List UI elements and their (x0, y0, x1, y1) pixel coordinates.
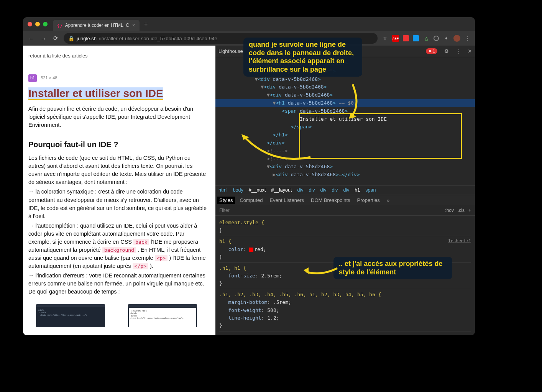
new-tab-button[interactable]: + (144, 21, 148, 28)
kebab-icon[interactable]: ⋮ (456, 48, 461, 54)
breadcrumb-item[interactable]: body (233, 187, 243, 193)
code-inline: background (102, 247, 136, 253)
screenshot-thumbnail: <!DOCTYPE html><html><head><link href="h… (128, 304, 197, 327)
paragraph: Les fichiers de code (que ce soit du HTM… (28, 154, 208, 186)
styles-filter-row: :hov .cls + (215, 205, 475, 216)
page-content: retour à la liste des articles h1 521 × … (23, 46, 215, 335)
abp-extension-icon[interactable]: ABP (392, 35, 399, 42)
back-to-articles-link[interactable]: retour à la liste des articles (28, 52, 208, 60)
close-icon[interactable]: ✕ (468, 48, 472, 54)
add-rule-icon[interactable]: + (468, 208, 471, 213)
close-window-button[interactable] (28, 22, 32, 26)
profile-avatar-icon[interactable] (453, 35, 460, 42)
annotation-callout: .. et j'ai accès aux propriétés de style… (333, 257, 452, 279)
source-link[interactable]: lesheet:1 (448, 238, 471, 244)
breadcrumb-item[interactable]: #__nuxt (249, 187, 266, 193)
devtools-panel: Lighthouse » ✕ 1 ⚙ ⋮ ✕ ▶<div class="head… (215, 46, 475, 335)
dom-breadcrumb: html body #__nuxt #__layout div div div … (215, 185, 475, 195)
breadcrumb-item[interactable]: div (309, 187, 315, 193)
paragraph: → l'indication d'erreurs : votre IDE rec… (28, 272, 208, 296)
back-button[interactable]: ← (27, 35, 35, 42)
paragraph: → la coloration syntaxique : c'est à dir… (28, 188, 208, 220)
styles-tab-computed[interactable]: Computed (240, 197, 263, 203)
css-rule[interactable]: .h1, .h2, .h3, .h4, .h5, .h6, h1, h2, h3… (219, 289, 471, 331)
cls-toggle[interactable]: .cls (458, 208, 465, 213)
annotation-callout: quand je survole une ligne de code dans … (243, 38, 362, 77)
extension-icon[interactable] (403, 35, 409, 41)
url-domain: jungle.sh (77, 36, 97, 41)
page-title: Installer et utiliser son IDE (28, 87, 163, 100)
styles-filter-input[interactable] (219, 208, 441, 213)
gear-icon[interactable]: ⚙ (444, 48, 449, 54)
styles-tab-dombreakpoints[interactable]: DOM Breakpoints (311, 197, 350, 203)
extensions-icon[interactable]: ✦ (443, 35, 450, 42)
forward-button[interactable]: → (39, 35, 48, 42)
screenshot-thumbnail: <html> <head> <link href="https://fonts.… (36, 304, 105, 327)
thumbnails: <html> <head> <link href="https://fonts.… (28, 304, 208, 327)
lead-paragraph: Afin de pouvoir lire et écrire du code, … (28, 105, 208, 129)
breadcrumb-item[interactable]: h1 (355, 187, 360, 193)
breadcrumb-item[interactable]: div (297, 187, 303, 193)
selected-dom-node[interactable]: ▼<h1 data-v-5b8d2468> == $0 (215, 99, 475, 107)
url-path: /installer-et-utiliser-son-ide_57bb5c4a-… (99, 36, 217, 41)
tab-title: Apprendre à coder en HTML, C (65, 23, 129, 28)
code-inline: back (133, 239, 149, 245)
devtools-tab[interactable]: Lighthouse (218, 48, 243, 54)
lock-icon: 🔒 (68, 36, 74, 41)
styles-tabs: Styles Computed Event Listeners DOM Brea… (215, 195, 475, 205)
breadcrumb-item[interactable]: div (320, 187, 326, 193)
css-rule[interactable]: element.style { } (219, 217, 471, 236)
hov-toggle[interactable]: :hov (445, 208, 454, 213)
tooltip-tag: h1 (28, 74, 37, 82)
tab-favicon: { } (57, 23, 62, 28)
styles-tab-properties[interactable]: Properties (357, 197, 380, 203)
element-inspector-tooltip: h1 521 × 48 (28, 74, 208, 82)
paragraph: → l'autocomplétion : quand utilisez un I… (28, 222, 208, 270)
extension-icon[interactable]: △ (423, 35, 430, 42)
toolbar-icons: ☆ ABP △ ✦ ⋮ (381, 35, 471, 42)
reload-button[interactable]: ⟳ (51, 35, 60, 42)
browser-tab[interactable]: { } Apprendre à coder en HTML, C × (53, 20, 140, 31)
extension-icon[interactable] (413, 35, 419, 41)
styles-tab-styles[interactable]: Styles (217, 197, 235, 204)
extension-icon[interactable] (434, 36, 439, 41)
menu-icon[interactable]: ⋮ (464, 35, 471, 42)
breadcrumb-item[interactable]: html (218, 187, 228, 193)
color-swatch[interactable] (249, 248, 253, 252)
code-inline: <p> (155, 255, 168, 261)
maximize-window-button[interactable] (43, 22, 48, 26)
breadcrumb-item[interactable]: #__layout (271, 187, 292, 193)
styles-tab-eventlisteners[interactable]: Event Listeners (269, 197, 304, 203)
star-icon[interactable]: ☆ (381, 35, 388, 42)
code-inline: </p> (133, 263, 148, 269)
tooltip-dimensions: 521 × 48 (41, 75, 57, 81)
breadcrumb-item[interactable]: div (332, 187, 338, 193)
section-heading: Pourquoi faut-il un IDE ? (28, 139, 208, 150)
titlebar: { } Apprendre à coder en HTML, C × + (23, 17, 475, 31)
more-tabs-icon[interactable]: » (387, 197, 389, 203)
error-badge[interactable]: ✕ 1 (426, 48, 437, 54)
minimize-window-button[interactable] (35, 22, 40, 26)
tab-close-icon[interactable]: × (132, 23, 135, 28)
window-controls (28, 22, 48, 26)
breadcrumb-item[interactable]: span (365, 187, 376, 193)
breadcrumb-item[interactable]: div (343, 187, 349, 193)
